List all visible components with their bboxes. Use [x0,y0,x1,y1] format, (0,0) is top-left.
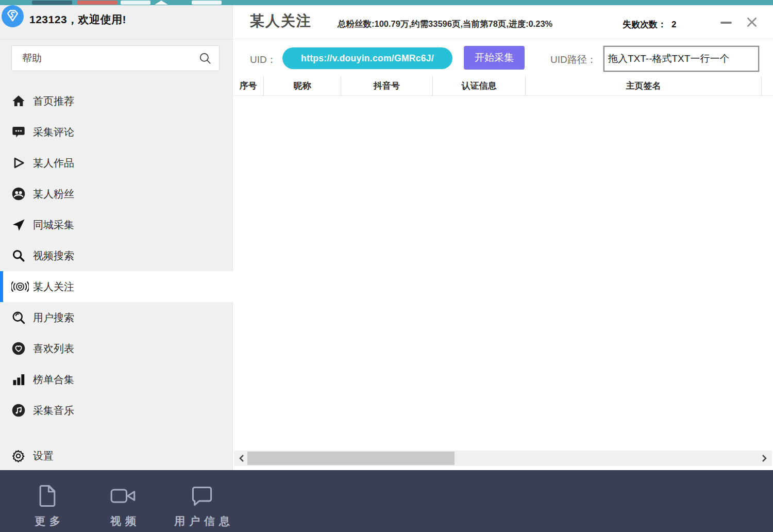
horizontal-scrollbar[interactable] [234,451,772,466]
sidebar-item-user-search[interactable]: 用户搜索 [0,302,233,333]
sidebar-item-label: 用户搜索 [33,302,74,333]
sidebar-item-label: 首页推荐 [33,86,74,117]
sidebar-item-city-collect[interactable]: 同城采集 [0,209,233,240]
sidebar-item-label: 采集评论 [33,117,74,147]
clipped-background-text [77,1,117,5]
background-window-strip [0,0,773,5]
sidebar-item-user-works[interactable]: 某人作品 [0,147,233,178]
sidebar-item-home-recommend[interactable]: 首页推荐 [0,86,233,117]
divider [0,39,233,40]
column-header-nickname: 昵称 [264,76,341,96]
sidebar-item-user-following[interactable]: 某人关注 [0,271,233,302]
uid-label: UID： [250,53,277,66]
uid-input[interactable]: https://v.douyin.com/GMRc6J/ [282,47,452,69]
sidebar-item-label: 喜欢列表 [33,333,74,364]
page-title: 某人关注 [250,11,312,31]
clipped-background-text [121,1,150,5]
user-search-icon [11,310,29,325]
bottom-item-user-info[interactable]: 用户信息 [161,484,243,528]
close-button[interactable] [745,15,759,29]
sidebar-item-rank-collection[interactable]: 榜单合集 [0,364,233,395]
sidebar-item-label: 某人作品 [33,147,74,178]
scroll-left-icon[interactable] [238,454,245,462]
main-panel: 某人关注 总粉丝数:100.79万,约需33596页,当前第78页,进度:0.2… [233,5,773,470]
scroll-right-icon[interactable] [761,454,768,462]
column-header-filler [762,76,773,96]
minimize-button[interactable] [720,22,732,24]
file-icon [14,484,81,509]
sidebar-item-settings[interactable]: 设置 [0,441,233,471]
sidebar-item-like-list[interactable]: 喜欢列表 [0,333,233,364]
bottom-item-more[interactable]: 更多 [14,484,81,528]
sidebar-item-label: 设置 [33,441,54,471]
scrollbar-thumb[interactable] [247,452,455,465]
fail-counter: 失败次数：2 [623,19,676,30]
sidebar-item-label: 视频搜索 [33,240,74,271]
sidebar-item-label: 采集音乐 [33,395,74,426]
main-header: 某人关注 总粉丝数:100.79万,约需33596页,当前第78页,进度:0.2… [233,5,773,39]
sidebar-item-collect-comments[interactable]: 采集评论 [0,117,233,147]
clipped-background-shape [155,1,168,5]
fail-count: 2 [671,20,676,29]
column-header-verification: 认证信息 [433,76,526,96]
collect-toolbar: UID： https://v.douyin.com/GMRc6J/ 开始采集 U… [233,40,773,76]
bar-chart-icon [11,372,29,387]
bottom-item-label: 更多 [14,514,81,528]
play-icon [11,155,29,171]
bottom-item-label: 用户信息 [161,514,243,528]
music-circle-icon [11,403,29,418]
help-search-box[interactable]: 帮助 [11,45,220,71]
help-search-text: 帮助 [22,46,42,71]
start-collect-button[interactable]: 开始采集 [464,46,525,70]
sidebar-item-label: 同城采集 [33,209,74,240]
sidebar-item-label: 榜单合集 [33,364,74,395]
message-icon [161,484,243,509]
sidebar-item-video-search[interactable]: 视频搜索 [0,240,233,271]
navigation-arrow-icon [11,217,29,232]
bottom-item-video[interactable]: 视频 [90,484,157,528]
sidebar-menu: 首页推荐 采集评论 某人作品 [0,86,233,426]
sidebar-item-label: 某人关注 [33,271,74,302]
people-icon [11,186,29,202]
sidebar-item-collect-music[interactable]: 采集音乐 [0,395,233,426]
column-header-douyin-id: 抖音号 [341,76,433,96]
sidebar-item-user-fans[interactable]: 某人粉丝 [0,178,233,209]
bottom-toolbar: 更多 视频 用户信息 [0,470,773,532]
home-icon [11,93,29,109]
clipped-background-text [32,1,72,5]
bottom-item-label: 视频 [90,514,157,528]
table-header-row: 序号 昵称 抖音号 认证信息 主页签名 [233,76,773,96]
search-icon [198,52,212,67]
comment-icon [11,124,29,140]
sidebar-item-label: 某人粉丝 [33,178,74,209]
uid-path-label: UID路径： [550,53,597,66]
sidebar: 123123，欢迎使用! 帮助 首页推荐 [0,5,233,470]
table-body-empty [233,96,773,450]
clipped-background-text [192,1,222,5]
heart-circle-icon [11,341,29,356]
column-header-signature: 主页签名 [526,76,762,96]
uid-path-input[interactable]: 拖入TXT--格式TXT一行一个 [603,46,759,72]
fail-label: 失败次数： [623,20,666,29]
gear-icon [11,448,29,463]
welcome-text: 123123，欢迎使用! [29,12,126,27]
video-camera-icon [90,484,157,509]
column-header-index: 序号 [233,76,264,96]
progress-stats: 总粉丝数:100.79万,约需33596页,当前第78页,进度:0.23% [338,19,552,30]
search-icon [11,248,29,263]
broadcast-heart-icon [11,279,29,294]
app-window: 123123，欢迎使用! 帮助 首页推荐 [0,0,773,532]
app-logo-icon [1,5,24,28]
